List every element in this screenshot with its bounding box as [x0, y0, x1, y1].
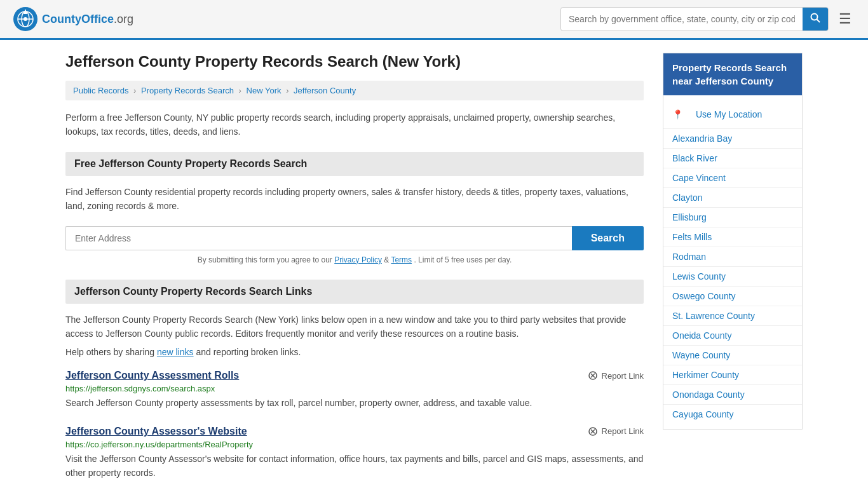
sidebar-link-felts-mills[interactable]: Felts Mills — [663, 227, 802, 247]
links-section: Jefferson County Property Records Search… — [65, 280, 644, 480]
sidebar: Property Records Search near Jefferson C… — [663, 53, 803, 488]
address-search-row: Search — [65, 226, 644, 250]
privacy-policy-link[interactable]: Privacy Policy — [334, 255, 382, 264]
report-link-button-1[interactable]: Report Link — [588, 370, 644, 381]
content-area: Jefferson County Property Records Search… — [65, 53, 644, 488]
breadcrumb-property-records-search[interactable]: Property Records Search — [141, 86, 234, 95]
header-search-button[interactable] — [803, 8, 828, 30]
hamburger-menu-icon[interactable]: ☰ — [835, 7, 855, 31]
sidebar-item-cape-vincent: Cape Vincent — [663, 168, 802, 188]
sidebar-link-oneida-county[interactable]: Oneida County — [663, 326, 802, 345]
sidebar-link-st-lawrence-county[interactable]: St. Lawrence County — [663, 306, 802, 325]
sidebar-item-felts-mills: Felts Mills — [663, 227, 802, 247]
links-section-heading: Jefferson County Property Records Search… — [65, 280, 644, 304]
sidebar-link-clayton[interactable]: Clayton — [663, 188, 802, 207]
site-logo-icon — [13, 6, 38, 32]
sidebar-link-rodman[interactable]: Rodman — [663, 247, 802, 266]
sidebar-link-lewis-county[interactable]: Lewis County — [663, 267, 802, 286]
svg-line-7 — [817, 20, 820, 23]
sidebar-item-rodman: Rodman — [663, 247, 802, 267]
logo-area: CountyOffice.org — [13, 6, 133, 32]
breadcrumb-public-records[interactable]: Public Records — [73, 86, 128, 95]
sidebar-item-oswego-county: Oswego County — [663, 287, 802, 306]
sidebar-item-black-river: Black River — [663, 149, 802, 168]
report-link-button-2[interactable]: Report Link — [588, 426, 644, 437]
sidebar-item-cayuga-county: Cayuga County — [663, 405, 802, 424]
sidebar-link-cape-vincent[interactable]: Cape Vincent — [663, 168, 802, 187]
sidebar-link-cayuga-county[interactable]: Cayuga County — [663, 405, 802, 424]
sidebar-title: Property Records Search near Jefferson C… — [663, 53, 802, 95]
report-icon-1 — [588, 370, 598, 381]
record-link-title-1[interactable]: Jefferson County Assessment Rolls — [65, 370, 239, 381]
svg-point-4 — [24, 17, 27, 21]
header-search-bar — [560, 7, 829, 31]
record-link-title-2[interactable]: Jefferson County Assessor's Website — [65, 426, 247, 437]
address-search-button[interactable]: Search — [572, 226, 644, 250]
sidebar-item-onondaga-county: Onondaga County — [663, 385, 802, 405]
main-container: Jefferson County Property Records Search… — [53, 40, 815, 488]
sidebar-link-ellisburg[interactable]: Ellisburg — [663, 208, 802, 227]
record-link-item-2: Jefferson County Assessor's Website Repo… — [65, 426, 644, 480]
sidebar-item-st-lawrence-county: St. Lawrence County — [663, 306, 802, 326]
sidebar-link-onondaga-county[interactable]: Onondaga County — [663, 385, 802, 404]
record-link-header-1: Jefferson County Assessment Rolls Report… — [65, 370, 644, 381]
intro-description: Perform a free Jefferson County, NY publ… — [65, 111, 644, 139]
sidebar-link-oswego-county[interactable]: Oswego County — [663, 287, 802, 306]
sidebar-box: Property Records Search near Jefferson C… — [663, 53, 803, 430]
address-input[interactable] — [65, 226, 572, 250]
svg-point-6 — [811, 14, 818, 20]
share-line: Help others by sharing new links and rep… — [65, 347, 644, 357]
sidebar-link-herkimer-county[interactable]: Herkimer County — [663, 365, 802, 384]
page-title: Jefferson County Property Records Search… — [65, 53, 644, 71]
record-link-item-1: Jefferson County Assessment Rolls Report… — [65, 370, 644, 410]
record-url-1: https://jefferson.sdgnys.com/search.aspx — [65, 384, 644, 393]
sidebar-item-wayne-county: Wayne County — [663, 346, 802, 365]
record-desc-2: Visit the Jefferson County Assessor's we… — [65, 452, 644, 480]
sidebar-item-ellisburg: Ellisburg — [663, 208, 802, 227]
sidebar-link-alexandria-bay[interactable]: Alexandria Bay — [663, 129, 802, 148]
sidebar-link-black-river[interactable]: Black River — [663, 149, 802, 168]
links-description: The Jefferson County Property Records Se… — [65, 313, 644, 341]
sidebar-item-alexandria-bay: Alexandria Bay — [663, 129, 802, 149]
site-header: CountyOffice.org ☰ — [0, 0, 868, 40]
sidebar-item-herkimer-county: Herkimer County — [663, 365, 802, 385]
sidebar-item-lewis-county: Lewis County — [663, 267, 802, 287]
form-disclaimer: By submitting this form you agree to our… — [65, 255, 644, 264]
report-icon-2 — [588, 426, 598, 437]
logo-text: CountyOffice.org — [42, 13, 133, 26]
address-search-form: Search By submitting this form you agree… — [65, 226, 644, 264]
sidebar-item-oneida-county: Oneida County — [663, 326, 802, 346]
record-link-header-2: Jefferson County Assessor's Website Repo… — [65, 426, 644, 437]
use-my-location-link[interactable]: Use My Location — [687, 105, 771, 124]
sidebar-list: 📍 Use My Location Alexandria Bay Black R… — [663, 95, 802, 429]
breadcrumb-jefferson-county[interactable]: Jefferson County — [294, 86, 356, 95]
sidebar-link-wayne-county[interactable]: Wayne County — [663, 346, 802, 365]
use-my-location-item: 📍 Use My Location — [663, 100, 802, 129]
free-search-description: Find Jefferson County residential proper… — [65, 185, 644, 214]
record-url-2: https://co.jefferson.ny.us/departments/R… — [65, 440, 644, 449]
new-links-link[interactable]: new links — [157, 347, 194, 357]
breadcrumb-new-york[interactable]: New York — [247, 86, 281, 95]
header-right: ☰ — [560, 7, 855, 31]
breadcrumb: Public Records › Property Records Search… — [65, 81, 644, 100]
free-search-heading: Free Jefferson County Property Records S… — [65, 152, 644, 176]
terms-link[interactable]: Terms — [391, 255, 412, 264]
record-desc-1: Search Jefferson County property assessm… — [65, 396, 644, 410]
sidebar-item-clayton: Clayton — [663, 188, 802, 208]
pin-icon: 📍 — [672, 109, 683, 119]
search-icon — [810, 13, 820, 23]
header-search-input[interactable] — [561, 9, 803, 29]
